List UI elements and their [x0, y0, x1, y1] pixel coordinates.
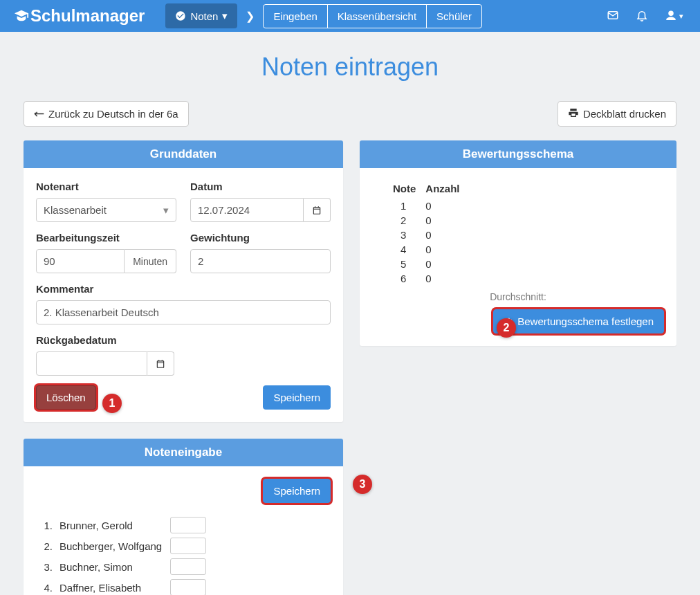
rueckgabe-label: Rückgabedatum: [36, 334, 331, 346]
notenart-label: Notenart: [36, 181, 176, 192]
panel-grunddaten-header: Grunddaten: [24, 140, 343, 168]
calendar-icon: [312, 205, 322, 215]
bearbeitungszeit-unit: Minuten: [125, 249, 176, 273]
bearbeitungszeit-input[interactable]: [36, 249, 125, 273]
student-name: Brunner, Gerold: [59, 520, 163, 531]
student-name: Daffner, Elisabeth: [59, 582, 163, 594]
schema-row-anzahl: 0: [425, 199, 469, 213]
student-number: 1.: [39, 520, 53, 531]
back-button[interactable]: 🡐 Zurück zu Deutsch in der 6a: [24, 101, 189, 127]
annotation-2: 2: [497, 318, 516, 338]
annotation-1: 1: [102, 394, 122, 413]
gewichtung-label: Gewichtung: [190, 232, 331, 244]
navbar: Schulmanager Noten ▾ ❯ Eingeben Klassenü…: [0, 0, 700, 32]
save-button-grunddaten[interactable]: Speichern: [263, 385, 331, 410]
student-grade-input[interactable]: [170, 517, 206, 533]
student-grade-input[interactable]: [170, 579, 206, 595]
panel-schema: Bewertungsschema Note Anzahl 10203040506…: [360, 140, 676, 346]
kommentar-input[interactable]: [36, 300, 331, 324]
rueckgabe-input[interactable]: [36, 351, 147, 376]
caret-down-icon: ▾: [222, 10, 228, 22]
panel-noteneingabe-header: Noteneingabe: [24, 439, 343, 466]
panel-schema-header: Bewertungsschema: [360, 140, 676, 168]
print-cover-button[interactable]: Deckblatt drucken: [558, 101, 676, 127]
back-button-label: Zurück zu Deutsch in der 6a: [48, 108, 178, 120]
student-number: 4.: [39, 582, 53, 594]
print-icon: [568, 107, 579, 120]
module-dropdown[interactable]: Noten ▾: [165, 3, 237, 28]
page-content: Noten eintragen 🡐 Zurück zu Deutsch in d…: [0, 32, 700, 595]
caret-down-icon: ▾: [163, 204, 169, 217]
student-grade-input[interactable]: [170, 538, 206, 554]
save-button-noteneingabe[interactable]: Speichern: [263, 479, 331, 503]
student-row: 4.Daffner, Elisabeth: [36, 579, 331, 595]
print-cover-label: Deckblatt drucken: [583, 108, 666, 120]
schema-row-note: 3: [393, 228, 425, 242]
schema-row-note: 5: [393, 257, 425, 271]
student-name: Buchner, Simon: [59, 561, 163, 573]
arrow-left-icon: 🡐: [34, 108, 44, 120]
schema-row: 20: [393, 213, 470, 228]
page-title: Noten eintragen: [24, 53, 676, 82]
student-number: 2.: [39, 540, 53, 552]
user-icon: [665, 10, 677, 22]
schema-row: 50: [393, 257, 470, 271]
datum-input[interactable]: [190, 198, 304, 222]
schema-row-note: 2: [393, 213, 425, 228]
schema-average-label: Durchschnitt:: [372, 291, 664, 302]
schema-row: 40: [393, 242, 470, 257]
brand-logo[interactable]: Schulmanager: [14, 6, 145, 26]
datum-label: Datum: [190, 181, 331, 192]
delete-button[interactable]: Löschen: [36, 385, 96, 410]
notenart-value: Klassenarbeit: [44, 204, 107, 216]
brand-text: Schulmanager: [30, 6, 145, 26]
schema-row-anzahl: 0: [425, 242, 469, 257]
schema-row: 30: [393, 228, 470, 242]
student-row: 1.Brunner, Gerold: [36, 517, 331, 533]
kommentar-label: Kommentar: [36, 283, 331, 295]
schema-row-anzahl: 0: [425, 257, 469, 271]
tab-schueler[interactable]: Schüler: [427, 5, 481, 28]
panel-grunddaten: Grunddaten Notenart Klassenarbeit ▾ Datu…: [24, 140, 343, 422]
student-grade-input[interactable]: [170, 558, 206, 575]
gewichtung-input[interactable]: [190, 249, 331, 273]
schema-col-anzahl: Anzahl: [425, 181, 469, 199]
bearbeitungszeit-label: Bearbeitungszeit: [36, 232, 176, 244]
student-name: Buchberger, Wolfgang: [59, 540, 163, 552]
calendar-button-2[interactable]: [147, 351, 174, 376]
schema-row: 60: [393, 271, 470, 286]
student-number: 3.: [39, 561, 53, 573]
schema-row-note: 6: [393, 271, 425, 286]
tab-eingeben[interactable]: Eingeben: [264, 5, 327, 28]
user-menu[interactable]: ▾: [665, 10, 683, 22]
panel-noteneingabe: Noteneingabe Speichern 3 1.Brunner, Gero…: [24, 439, 343, 595]
annotation-3: 3: [353, 475, 372, 494]
schema-row-anzahl: 0: [425, 213, 469, 228]
student-list: 1.Brunner, Gerold2.Buchberger, Wolfgang3…: [36, 517, 331, 595]
nav-right: ▾: [607, 9, 700, 24]
tab-klassenuebersicht[interactable]: Klassenübersicht: [328, 5, 427, 28]
schema-col-note: Note: [393, 181, 425, 199]
chevron-right-icon: ❯: [237, 10, 263, 23]
schema-row: 10: [393, 199, 470, 213]
calendar-button[interactable]: [304, 198, 331, 222]
schema-row-anzahl: 0: [425, 271, 469, 286]
module-dropdown-label: Noten: [190, 10, 218, 22]
page-scroll[interactable]: Noten eintragen 🡐 Zurück zu Deutsch in d…: [0, 32, 700, 595]
caret-down-icon: ▾: [679, 12, 683, 21]
schema-row-anzahl: 0: [425, 228, 469, 242]
calendar-icon: [156, 359, 165, 369]
graduation-cap-icon: [14, 8, 29, 24]
schema-row-note: 4: [393, 242, 425, 257]
schema-table: Note Anzahl 102030405060: [393, 181, 470, 286]
mail-icon[interactable]: [607, 9, 619, 24]
check-circle-icon: [175, 10, 186, 21]
set-schema-label: Bewertungsschema festlegen: [517, 315, 654, 327]
set-schema-button[interactable]: Bewertungsschema festlegen: [493, 309, 664, 333]
bell-icon[interactable]: [636, 9, 648, 24]
schema-row-note: 1: [393, 199, 425, 213]
notenart-select[interactable]: Klassenarbeit ▾: [36, 198, 176, 222]
top-actions: 🡐 Zurück zu Deutsch in der 6a Deckblatt …: [24, 101, 676, 127]
student-row: 3.Buchner, Simon: [36, 558, 331, 575]
student-row: 2.Buchberger, Wolfgang: [36, 538, 331, 554]
